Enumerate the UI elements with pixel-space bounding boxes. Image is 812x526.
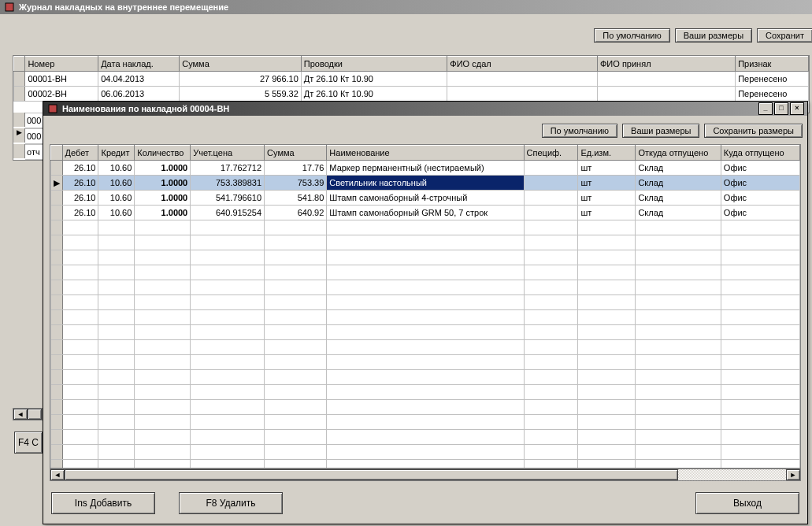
close-icon[interactable]: × [790, 102, 804, 115]
cell-empty[interactable] [721, 400, 799, 415]
cell-empty[interactable] [135, 235, 191, 250]
cell-sum[interactable]: 753.39 [265, 176, 327, 191]
cell-empty[interactable] [265, 265, 327, 280]
outer-hscroll-fragment[interactable]: ◄ [13, 408, 43, 420]
col-entries[interactable]: Проводки [301, 57, 447, 72]
cell-empty[interactable] [135, 415, 191, 430]
cell-price[interactable]: 753.389831 [191, 176, 265, 191]
cell-price[interactable]: 541.796610 [191, 191, 265, 206]
cell-empty[interactable] [524, 265, 578, 280]
cell-empty[interactable] [135, 430, 191, 445]
cell-empty[interactable] [327, 220, 524, 235]
cell-empty[interactable] [636, 250, 721, 265]
cell-empty[interactable] [327, 445, 524, 460]
cell-gave[interactable] [447, 87, 598, 102]
cell-debit[interactable]: 26.10 [62, 206, 98, 220]
table-row-empty[interactable] [51, 265, 800, 280]
cell-qty[interactable]: 1.0000 [135, 176, 191, 191]
scrollbar-thumb[interactable] [65, 469, 678, 480]
cell-empty[interactable] [135, 250, 191, 265]
cell-empty[interactable] [721, 370, 799, 385]
cell-empty[interactable] [721, 415, 799, 430]
cell-empty[interactable] [62, 265, 98, 280]
cell-to[interactable]: Офис [721, 191, 799, 206]
cell-empty[interactable] [327, 325, 524, 340]
cell-empty[interactable] [62, 460, 98, 469]
cell-empty[interactable] [62, 235, 98, 250]
cell-empty[interactable] [636, 370, 721, 385]
col-sum[interactable]: Сумма [265, 146, 327, 161]
cell-empty[interactable] [524, 280, 578, 295]
table-row-empty[interactable] [51, 340, 800, 355]
cell-empty[interactable] [327, 310, 524, 325]
cell-spec[interactable] [524, 206, 578, 220]
scroll-right-icon[interactable]: ► [786, 469, 800, 480]
cell-empty[interactable] [636, 430, 721, 445]
cell-empty[interactable] [636, 385, 721, 400]
cell-sum[interactable]: 5 559.32 [180, 87, 302, 102]
default-button[interactable]: По умолчанию [594, 28, 669, 43]
cell-empty[interactable] [578, 370, 636, 385]
cell-empty[interactable] [578, 415, 636, 430]
cell-credit[interactable]: 10.60 [98, 206, 135, 220]
table-row[interactable]: 00002-ВН06.06.20135 559.32Дт 26.10 Кт 10… [14, 87, 809, 102]
cell-empty[interactable] [721, 385, 799, 400]
cell-empty[interactable] [636, 295, 721, 310]
cell-empty[interactable] [135, 355, 191, 370]
cell-empty[interactable] [135, 400, 191, 415]
cell-to[interactable]: Офис [721, 206, 799, 220]
col-to[interactable]: Куда отпущено [721, 146, 799, 161]
cell-empty[interactable] [721, 220, 799, 235]
cell-empty[interactable] [265, 250, 327, 265]
cell-empty[interactable] [62, 325, 98, 340]
cell-empty[interactable] [524, 385, 578, 400]
col-credit[interactable]: Кредит [98, 146, 135, 161]
cell-empty[interactable] [98, 460, 135, 469]
cell-empty[interactable] [578, 250, 636, 265]
cell-empty[interactable] [98, 295, 135, 310]
cell-credit[interactable]: 10.60 [98, 176, 135, 191]
cell-empty[interactable] [98, 280, 135, 295]
cell-name[interactable]: Светильник настольный [327, 176, 524, 191]
cell-empty[interactable] [578, 235, 636, 250]
cell-empty[interactable] [578, 280, 636, 295]
scrollbar-track[interactable] [65, 469, 786, 480]
cell-debit[interactable]: 26.10 [62, 176, 98, 191]
cell-empty[interactable] [265, 445, 327, 460]
cell-empty[interactable] [135, 385, 191, 400]
cell-empty[interactable] [524, 415, 578, 430]
cell-empty[interactable] [327, 415, 524, 430]
cell-empty[interactable] [62, 220, 98, 235]
inner-titlebar[interactable]: Наименования по накладной 00004-ВН _ □ × [43, 102, 807, 116]
cell-empty[interactable] [98, 415, 135, 430]
col-name[interactable]: Наименование [327, 146, 524, 161]
table-row[interactable]: 26.1010.601.0000541.796610541.80Штамп са… [51, 191, 800, 206]
cell-empty[interactable] [62, 280, 98, 295]
cell-sum[interactable]: 640.92 [265, 206, 327, 220]
cell-gave[interactable] [447, 72, 598, 87]
cell-empty[interactable] [721, 310, 799, 325]
cell-empty[interactable] [524, 430, 578, 445]
scroll-left-icon[interactable]: ◄ [13, 409, 28, 420]
cell-empty[interactable] [191, 460, 265, 469]
cell-empty[interactable] [524, 235, 578, 250]
cell-empty[interactable] [62, 295, 98, 310]
cell-from[interactable]: Склад [636, 191, 721, 206]
cell-from[interactable]: Склад [636, 176, 721, 191]
cell-empty[interactable] [578, 220, 636, 235]
cell-empty[interactable] [721, 430, 799, 445]
cell-empty[interactable] [327, 370, 524, 385]
cell-name[interactable]: Штамп самонаборный 4-строчный [327, 191, 524, 206]
cell-empty[interactable] [578, 400, 636, 415]
cell-from[interactable]: Склад [636, 206, 721, 220]
cell-empty[interactable] [265, 370, 327, 385]
cell-empty[interactable] [327, 385, 524, 400]
inner-hscrollbar[interactable]: ◄ ► [50, 469, 801, 481]
cell-empty[interactable] [327, 280, 524, 295]
cell-date[interactable]: 04.04.2013 [98, 72, 180, 87]
cell-received[interactable] [598, 72, 736, 87]
cell-empty[interactable] [191, 325, 265, 340]
cell-empty[interactable] [265, 340, 327, 355]
cell-empty[interactable] [98, 400, 135, 415]
default-button[interactable]: По умолчанию [542, 124, 617, 138]
